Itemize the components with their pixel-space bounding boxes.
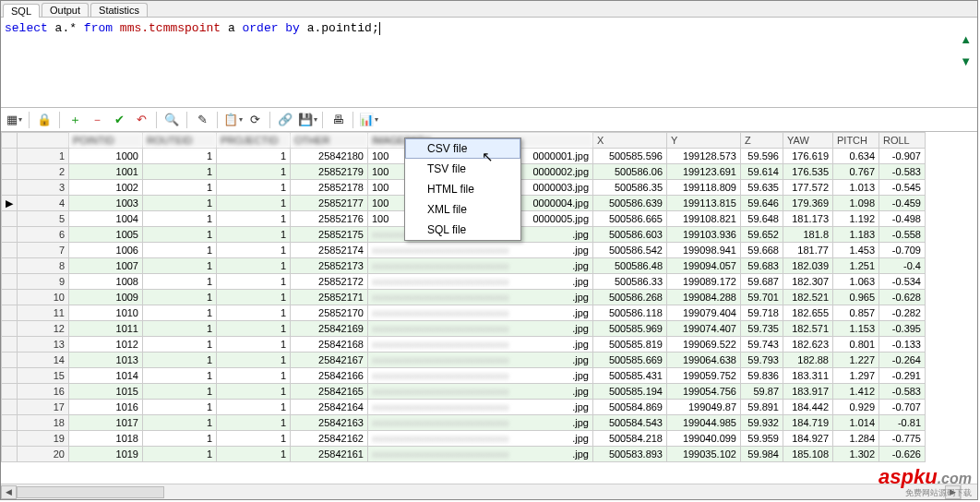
tab-sql[interactable]: SQL — [3, 4, 40, 18]
cell-z[interactable]: 59.635 — [741, 180, 783, 196]
cell[interactable]: 1013 — [69, 353, 143, 368]
cell-z[interactable]: 59.891 — [741, 400, 783, 415]
cell-yaw[interactable]: 182.039 — [783, 258, 833, 274]
table-row[interactable]: 1510141125842166xxxxxxxxxxxxxxxxxxxxxxxx… — [2, 368, 926, 384]
cell-roll[interactable]: -0.707 — [879, 400, 926, 415]
sql-history-down-icon[interactable]: ▼ — [960, 51, 972, 73]
cell[interactable]: 1002 — [69, 180, 143, 196]
cell-pitch[interactable]: 0.634 — [833, 149, 879, 164]
cell[interactable]: 1 — [143, 415, 217, 431]
cell-y[interactable]: 199064.638 — [667, 353, 741, 368]
menu-xml-file[interactable]: XML file — [405, 199, 520, 220]
cell[interactable]: 25852172 — [291, 274, 368, 290]
cell-y[interactable]: 199040.099 — [667, 431, 741, 447]
grid-options-icon[interactable]: ▦ — [5, 111, 23, 129]
menu-tsv-file[interactable]: TSV file — [405, 159, 520, 179]
cell-z[interactable]: 59.743 — [741, 337, 783, 353]
cell[interactable]: 1018 — [69, 431, 143, 447]
edit-icon[interactable]: ✎ — [193, 111, 211, 129]
cell-image[interactable]: xxxxxxxxxxxxxxxxxxxxxxxxxxx.jpg — [368, 431, 593, 447]
cell-pitch[interactable]: 1.192 — [833, 211, 879, 227]
cell-pitch[interactable]: 1.284 — [833, 431, 879, 447]
scroll-track[interactable] — [17, 485, 945, 499]
cell[interactable]: 1012 — [69, 337, 143, 353]
cell-roll[interactable]: -0.395 — [879, 321, 926, 337]
cell-roll[interactable]: -0.626 — [879, 447, 926, 462]
cell-x[interactable]: 500585.194 — [593, 384, 667, 400]
print-icon[interactable]: 🖶 — [329, 111, 347, 129]
cell-y[interactable]: 199069.522 — [667, 337, 741, 353]
cell[interactable]: 1 — [143, 243, 217, 258]
cell-x[interactable]: 500586.06 — [593, 164, 667, 180]
cell[interactable]: 1 — [217, 180, 291, 196]
scroll-left-icon[interactable]: ◀ — [1, 485, 17, 499]
sql-editor[interactable]: select a.* from mms.tcmmspoint a order b… — [1, 18, 977, 108]
cell[interactable]: 25842163 — [291, 415, 368, 431]
table-row[interactable]: 1210111125842169xxxxxxxxxxxxxxxxxxxxxxxx… — [2, 321, 926, 337]
cell[interactable]: 25842161 — [291, 447, 368, 462]
cell[interactable]: 25842166 — [291, 368, 368, 384]
cell[interactable]: 25852178 — [291, 180, 368, 196]
cell[interactable]: 1019 — [69, 447, 143, 462]
table-row[interactable]: 1410131125842167xxxxxxxxxxxxxxxxxxxxxxxx… — [2, 353, 926, 368]
delete-row-icon[interactable]: － — [88, 111, 106, 129]
rollback-icon[interactable]: ↶ — [132, 111, 150, 129]
table-row[interactable]: 810071125852173xxxxxxxxxxxxxxxxxxxxxxxxx… — [2, 258, 926, 274]
cell[interactable]: 1 — [143, 337, 217, 353]
cell-z[interactable]: 59.652 — [741, 227, 783, 243]
cell-x[interactable]: 500585.669 — [593, 353, 667, 368]
cell[interactable]: 1015 — [69, 384, 143, 400]
cell[interactable]: 25852177 — [291, 196, 368, 211]
copy-icon[interactable]: 📋 — [223, 111, 242, 129]
cell-z[interactable]: 59.701 — [741, 290, 783, 305]
cell-y[interactable]: 199098.941 — [667, 243, 741, 258]
cell-roll[interactable]: -0.628 — [879, 290, 926, 305]
cell-roll[interactable]: -0.583 — [879, 164, 926, 180]
menu-csv-file[interactable]: CSV file — [405, 138, 520, 159]
cell-y[interactable]: 199103.936 — [667, 227, 741, 243]
cell-z[interactable]: 59.836 — [741, 368, 783, 384]
cell-z[interactable]: 59.596 — [741, 149, 783, 164]
col-z[interactable]: Z — [741, 133, 783, 149]
col-projectid[interactable]: PROJECTID — [217, 133, 291, 149]
cell-yaw[interactable]: 181.8 — [783, 227, 833, 243]
cell[interactable]: 1 — [143, 196, 217, 211]
cell-x[interactable]: 500584.218 — [593, 431, 667, 447]
cell[interactable]: 25842164 — [291, 400, 368, 415]
cell-x[interactable]: 500586.639 — [593, 196, 667, 211]
cell-x[interactable]: 500586.48 — [593, 258, 667, 274]
cell[interactable]: 1001 — [69, 164, 143, 180]
col-pitch[interactable]: PITCH — [833, 133, 879, 149]
cell-y[interactable]: 199079.404 — [667, 305, 741, 321]
cell-x[interactable]: 500586.35 — [593, 180, 667, 196]
table-row[interactable]: 1610151125842165xxxxxxxxxxxxxxxxxxxxxxxx… — [2, 384, 926, 400]
col-yaw[interactable]: YAW — [783, 133, 833, 149]
cell-image[interactable]: xxxxxxxxxxxxxxxxxxxxxxxxxxx.jpg — [368, 384, 593, 400]
cell[interactable]: 25852175 — [291, 227, 368, 243]
menu-sql-file[interactable]: SQL file — [405, 220, 520, 240]
cell[interactable]: 25842167 — [291, 353, 368, 368]
cell[interactable]: 1 — [217, 384, 291, 400]
cell[interactable]: 1 — [143, 290, 217, 305]
col-pointid[interactable]: POINTID — [69, 133, 143, 149]
cell[interactable]: 25852176 — [291, 211, 368, 227]
cell[interactable]: 1 — [143, 447, 217, 462]
cell-y[interactable]: 199054.756 — [667, 384, 741, 400]
cell-y[interactable]: 199084.288 — [667, 290, 741, 305]
cell-yaw[interactable]: 182.571 — [783, 321, 833, 337]
cell-y[interactable]: 199108.821 — [667, 211, 741, 227]
cell[interactable]: 25852170 — [291, 305, 368, 321]
cell-roll[interactable]: -0.709 — [879, 243, 926, 258]
cell-image[interactable]: xxxxxxxxxxxxxxxxxxxxxxxxxxx.jpg — [368, 368, 593, 384]
cell[interactable]: 25852174 — [291, 243, 368, 258]
cell[interactable]: 1 — [217, 211, 291, 227]
cell-z[interactable]: 59.687 — [741, 274, 783, 290]
refresh-icon[interactable]: ⟳ — [245, 111, 264, 129]
cell-yaw[interactable]: 176.619 — [783, 149, 833, 164]
cell-roll[interactable]: -0.498 — [879, 211, 926, 227]
cell-yaw[interactable]: 176.535 — [783, 164, 833, 180]
cell-pitch[interactable]: 1.183 — [833, 227, 879, 243]
cell-pitch[interactable]: 1.013 — [833, 180, 879, 196]
col-y[interactable]: Y — [667, 133, 741, 149]
cell[interactable]: 1 — [217, 258, 291, 274]
